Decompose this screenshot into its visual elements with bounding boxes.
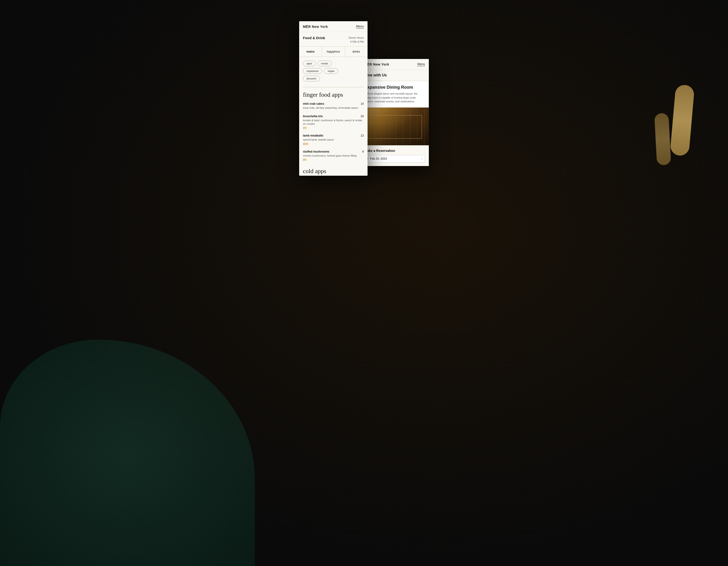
filter-row-3: desserts bbox=[303, 76, 364, 81]
crab-cakes-desc: lump crab, old bay seasoning, remoulade … bbox=[303, 106, 364, 110]
filter-desserts[interactable]: desserts bbox=[303, 76, 320, 81]
menu-items-list: mini crab cakes 14 lump crab, old bay se… bbox=[299, 102, 368, 161]
chevron-right-icon: › bbox=[422, 157, 422, 161]
crab-cakes-name: mini crab cakes bbox=[303, 102, 324, 105]
reservation-date-row[interactable]: d Feb 20, 2024 › bbox=[364, 155, 425, 163]
menu-item-mushrooms: stuffed mushrooms 9 cremini mushrooms, h… bbox=[303, 150, 364, 161]
dining-card-desc: With its elegant decor and versatile lay… bbox=[364, 92, 425, 103]
menu-item-lamb: lamb meatballs 13 spiced lamb, tzatziki … bbox=[303, 134, 364, 145]
filter-vegetarian[interactable]: vegetarian bbox=[303, 68, 322, 74]
lamb-tag: (GF) bbox=[303, 142, 364, 145]
logo-left: MĒR New York bbox=[303, 25, 328, 29]
mushrooms-tag: (V) bbox=[303, 158, 364, 161]
bruschetta-desc: tomato & basil, mushroom & thyme, peach … bbox=[303, 119, 364, 126]
scene-container: MĒR New York Menu Food & Drink Dinner Ho… bbox=[0, 0, 728, 566]
left-header: MĒR New York Menu bbox=[299, 21, 368, 32]
finger-food-apps-title: finger food apps bbox=[299, 91, 368, 102]
dinner-hours-label: Dinner Hours bbox=[348, 36, 364, 40]
dinner-hours: Dinner Hours 5 PM–9 PM bbox=[348, 36, 364, 44]
section-divider bbox=[303, 87, 364, 87]
mushrooms-name: stuffed mushrooms bbox=[303, 150, 329, 153]
food-drink-header: Food & Drink Dinner Hours 5 PM–9 PM bbox=[299, 32, 368, 46]
dining-card: Expansive Dining Room With its elegant d… bbox=[360, 81, 429, 107]
menu-item-bruschetta: bruschetta trio 24 tomato & basil, mushr… bbox=[303, 115, 364, 129]
lamb-desc: spiced lamb, tzatziki sauce bbox=[303, 138, 364, 141]
right-panel: MĒR New York Menu Dine with Us Expansive… bbox=[360, 59, 429, 166]
logo-right: MĒR New York bbox=[364, 62, 389, 66]
tab-mains[interactable]: mains bbox=[299, 47, 322, 57]
menu-item-crab-cakes: mini crab cakes 14 lump crab, old bay se… bbox=[303, 102, 364, 110]
mushrooms-price: 9 bbox=[362, 150, 364, 153]
crab-cakes-price: 14 bbox=[361, 102, 364, 105]
menu-item-crab-header: mini crab cakes 14 bbox=[303, 102, 364, 105]
mushrooms-desc: cremini mushrooms, herbed goat cheese fi… bbox=[303, 154, 364, 157]
dine-section: Dine with Us bbox=[360, 70, 429, 81]
reservation-title: Make a Reservation bbox=[364, 149, 425, 152]
menu-item-mushrooms-header: stuffed mushrooms 9 bbox=[303, 150, 364, 153]
bruschetta-tag: (V) bbox=[303, 126, 364, 129]
filter-apps[interactable]: apps bbox=[303, 61, 316, 66]
right-header: MĒR New York Menu bbox=[360, 59, 429, 70]
bruschetta-price: 24 bbox=[361, 115, 364, 118]
lamb-price: 13 bbox=[361, 134, 364, 137]
left-panel: MĒR New York Menu Food & Drink Dinner Ho… bbox=[299, 21, 368, 176]
menu-button-right[interactable]: Menu bbox=[417, 62, 425, 66]
filter-row-2: vegetarian vegan bbox=[303, 68, 364, 74]
reservation-card: Make a Reservation d Feb 20, 2024 › bbox=[360, 145, 429, 166]
filter-vegan[interactable]: vegan bbox=[324, 68, 338, 74]
filter-row-1: apps meats bbox=[303, 61, 364, 66]
menu-item-lamb-header: lamb meatballs 13 bbox=[303, 134, 364, 137]
menu-item-bruschetta-header: bruschetta trio 24 bbox=[303, 115, 364, 118]
tabs-row: mains happyhour drinks bbox=[299, 46, 368, 57]
tab-drinks[interactable]: drinks bbox=[345, 47, 368, 57]
tab-happyhour[interactable]: happyhour bbox=[322, 47, 345, 57]
dinner-hours-time: 5 PM–9 PM bbox=[348, 40, 364, 44]
reservation-date: Feb 20, 2024 bbox=[370, 157, 420, 160]
menu-button-left[interactable]: Menu bbox=[356, 25, 364, 29]
cold-apps-title: cold apps bbox=[299, 166, 368, 176]
food-drink-title: Food & Drink bbox=[303, 36, 325, 40]
filter-section: apps meats vegetarian vegan desserts bbox=[299, 57, 368, 85]
bruschetta-name: bruschetta trio bbox=[303, 115, 323, 118]
dining-card-title: Expansive Dining Room bbox=[364, 85, 425, 90]
lamb-name: lamb meatballs bbox=[303, 134, 323, 137]
filter-meats[interactable]: meats bbox=[318, 61, 332, 66]
restaurant-image bbox=[360, 107, 429, 145]
dine-title: Dine with Us bbox=[364, 73, 387, 77]
